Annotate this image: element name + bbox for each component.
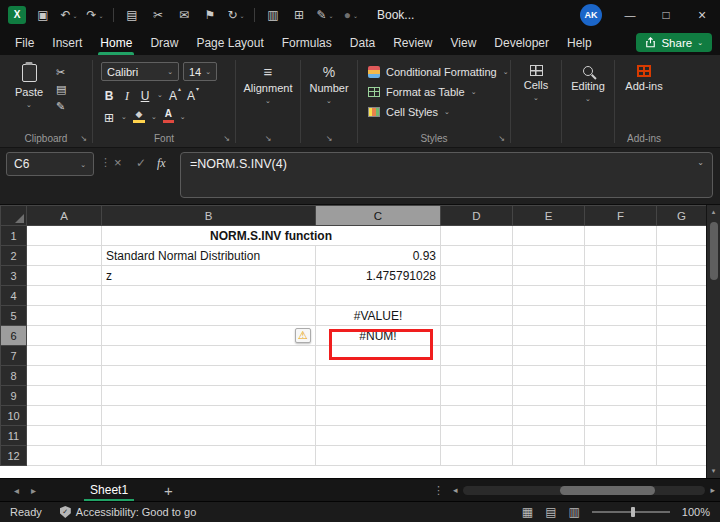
cell-B2[interactable]: Standard Normal Distribution (102, 246, 316, 266)
column-header-E[interactable]: E (513, 206, 585, 226)
row-header-3[interactable]: 3 (1, 266, 27, 286)
cell-G4[interactable] (657, 286, 707, 306)
cell-E12[interactable] (513, 446, 585, 466)
vertical-scrollbar[interactable]: ▴ ▾ (706, 205, 720, 478)
cell-A11[interactable] (27, 426, 102, 446)
styles-dialog-launcher[interactable]: ↘ (498, 134, 505, 143)
cell-A10[interactable] (27, 406, 102, 426)
scroll-down-icon[interactable]: ▾ (707, 467, 720, 475)
add-sheet-button[interactable]: + (164, 482, 173, 499)
cell-D11[interactable] (441, 426, 513, 446)
cell-F5[interactable] (585, 306, 657, 326)
undo-icon[interactable]: ↶⌄ (57, 5, 81, 25)
cell-F3[interactable] (585, 266, 657, 286)
cell-B11[interactable] (102, 426, 316, 446)
cell-D7[interactable] (441, 346, 513, 366)
minimize-button[interactable]: — (612, 0, 648, 30)
cut-button[interactable]: ✂ (56, 65, 66, 79)
cell-F10[interactable] (585, 406, 657, 426)
cell-A9[interactable] (27, 386, 102, 406)
menu-tab-formulas[interactable]: Formulas (273, 30, 341, 55)
workbook-icon[interactable]: ▥ (261, 5, 285, 25)
cell-E6[interactable] (513, 326, 585, 346)
cell-C2[interactable]: 0.93 (316, 246, 441, 266)
mail-icon[interactable]: ✉ (172, 5, 196, 25)
fill-color-button[interactable]: ◆ (133, 110, 145, 123)
insert-function-icon[interactable]: fx (157, 156, 166, 171)
cell-F4[interactable] (585, 286, 657, 306)
menu-tab-file[interactable]: File (6, 30, 43, 55)
font-color-button[interactable]: A (163, 109, 174, 123)
row-header-12[interactable]: 12 (1, 446, 27, 466)
cell-E11[interactable] (513, 426, 585, 446)
select-all-button[interactable] (1, 206, 27, 226)
formula-bar-drag-handle[interactable]: ⋮ (100, 156, 111, 169)
normal-view-icon[interactable]: ▦ (522, 505, 533, 519)
sheet-options-icon[interactable]: ⋮ (433, 484, 444, 497)
scroll-right-icon[interactable]: ▸ (710, 485, 715, 495)
cell-C6[interactable]: #NUM! (316, 326, 441, 346)
error-warning-icon[interactable]: ⚠ (295, 328, 311, 343)
cell-B5[interactable] (102, 306, 316, 326)
cell-B9[interactable] (102, 386, 316, 406)
clipboard-dialog-launcher[interactable]: ↘ (80, 134, 87, 143)
cell-B6[interactable]: ⚠ (102, 326, 316, 346)
vertical-scroll-thumb[interactable] (710, 222, 718, 280)
cell-D10[interactable] (441, 406, 513, 426)
cell-A4[interactable] (27, 286, 102, 306)
status-ready[interactable]: Ready (10, 506, 42, 518)
cell-C12[interactable] (316, 446, 441, 466)
format-painter-button[interactable]: ✎ (56, 99, 66, 113)
page-break-view-icon[interactable]: ▥ (569, 505, 580, 519)
record-icon[interactable]: ●⌄ (339, 5, 363, 25)
cell-D5[interactable] (441, 306, 513, 326)
cell-C7[interactable] (316, 346, 441, 366)
cell-E1[interactable] (513, 226, 585, 246)
column-header-D[interactable]: D (441, 206, 513, 226)
row-header-4[interactable]: 4 (1, 286, 27, 306)
cell-A6[interactable] (27, 326, 102, 346)
cell-G12[interactable] (657, 446, 707, 466)
format-as-table-button[interactable]: Format as Table ⌄ (358, 82, 510, 101)
row-header-6[interactable]: 6 (1, 326, 27, 346)
page-layout-view-icon[interactable]: ▤ (545, 505, 556, 519)
menu-tab-page-layout[interactable]: Page Layout (187, 30, 272, 55)
underline-button[interactable]: U (139, 86, 151, 102)
formula-input[interactable]: =NORM.S.INV(4) ⌄ (180, 152, 713, 198)
account-avatar[interactable]: AK (580, 4, 602, 26)
cell-G5[interactable] (657, 306, 707, 326)
cells-button[interactable]: Cells ⌄ (511, 55, 561, 101)
menu-tab-view[interactable]: View (442, 30, 486, 55)
cell-D1[interactable] (441, 226, 513, 246)
zoom-slider-thumb[interactable] (631, 507, 635, 517)
cell-C10[interactable] (316, 406, 441, 426)
cell-A1[interactable] (27, 226, 102, 246)
pen-icon[interactable]: ✎⌄ (313, 5, 337, 25)
cell-F12[interactable] (585, 446, 657, 466)
cell-E2[interactable] (513, 246, 585, 266)
cell-A5[interactable] (27, 306, 102, 326)
cell-G1[interactable] (657, 226, 707, 246)
cell-G8[interactable] (657, 366, 707, 386)
conditional-formatting-button[interactable]: Conditional Formatting ⌄ (358, 62, 510, 81)
menu-tab-help[interactable]: Help (558, 30, 601, 55)
column-header-F[interactable]: F (585, 206, 657, 226)
decrease-font-size-button[interactable]: A▾ (187, 86, 199, 102)
bold-button[interactable]: B (103, 86, 115, 102)
cell-D4[interactable] (441, 286, 513, 306)
cell-C4[interactable] (316, 286, 441, 306)
horizontal-scrollbar[interactable]: ◂ ▸ (453, 479, 715, 501)
row-header-2[interactable]: 2 (1, 246, 27, 266)
horizontal-scroll-thumb[interactable] (560, 486, 655, 495)
menu-tab-draw[interactable]: Draw (141, 30, 187, 55)
cell-E7[interactable] (513, 346, 585, 366)
formula-bar-expand-icon[interactable]: ⌄ (697, 158, 704, 167)
italic-button[interactable]: I (121, 86, 133, 102)
row-header-10[interactable]: 10 (1, 406, 27, 426)
excel-logo[interactable]: X (8, 6, 26, 24)
cell-D9[interactable] (441, 386, 513, 406)
cell-C3[interactable]: 1.475791028 (316, 266, 441, 286)
cell-E10[interactable] (513, 406, 585, 426)
menu-tab-review[interactable]: Review (384, 30, 441, 55)
cell-D6[interactable] (441, 326, 513, 346)
